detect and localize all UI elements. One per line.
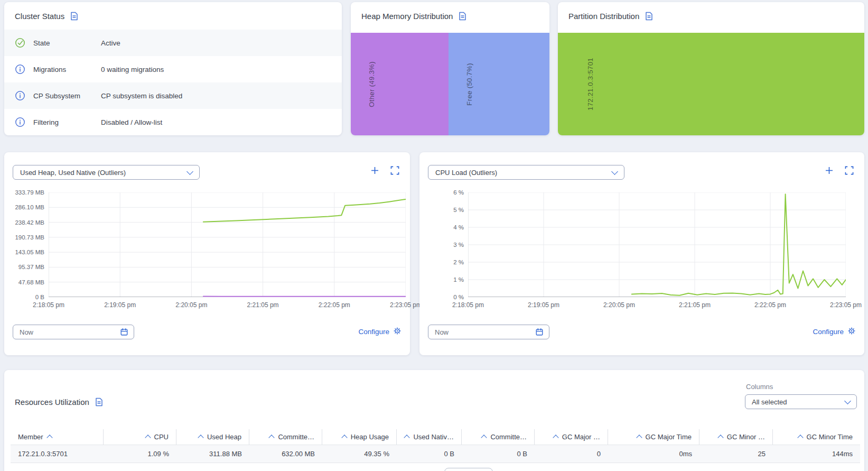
y-tick-label: 6 % [453, 189, 464, 196]
column-header-label: CPU [154, 433, 169, 441]
columns-select-value: All selected [752, 398, 787, 406]
plot-area [468, 192, 846, 297]
heap-segment-free[interactable]: Free (50.7%) [449, 33, 549, 135]
status-value: Disabled / Allow-list [101, 118, 162, 126]
chevron-down-icon [186, 168, 193, 175]
cpu-load-chart-card: CPU Load (Outliers) 6 %5 %4 %3 %2 %1 %0 … [419, 152, 864, 355]
configure-label: Configure [358, 328, 389, 336]
status-label: Migrations [33, 66, 101, 73]
sort-chevron-icon [717, 435, 723, 440]
status-value: CP subsystem is disabled [101, 92, 182, 100]
y-axis-labels: 6 %5 %4 %3 %2 %1 %0 % [419, 192, 464, 297]
check-circle-icon [15, 38, 25, 48]
table-cell: 144ms [773, 445, 860, 463]
sort-chevron-icon [145, 435, 151, 440]
x-tick-label: 2:21:05 pm [247, 301, 279, 309]
column-header-label: GC Major … [562, 433, 600, 441]
column-header-gc-minor-time[interactable]: GC Minor Time [773, 429, 860, 445]
info-circle-icon [15, 117, 25, 127]
x-tick-label: 2:23:05 pm [830, 301, 862, 309]
y-tick-label: 5 % [453, 207, 464, 213]
column-header-used-nativ[interactable]: Used Nativ… [397, 429, 462, 445]
metric-selector-value: CPU Load (Outliers) [435, 169, 497, 177]
table-cell: 172.21.0.3:5701 [11, 445, 104, 463]
table-header-row: MemberCPUUsed HeapCommitte…Heap UsageUse… [11, 429, 860, 445]
column-header-gc-minor[interactable]: GC Minor … [699, 429, 773, 445]
column-header-gc-major-time[interactable]: GC Major Time [608, 429, 699, 445]
add-chart-icon[interactable] [370, 166, 379, 175]
sort-chevron-icon [404, 435, 410, 440]
y-tick-label: 3 % [453, 242, 464, 248]
heap-segment-other[interactable]: Other (49.3%) [351, 33, 449, 135]
column-header-committe[interactable]: Committe… [462, 429, 535, 445]
info-circle-icon [15, 90, 25, 101]
column-header-label: Committe… [278, 433, 314, 441]
y-tick-label: 95.37 MB [18, 264, 44, 270]
calendar-icon[interactable] [120, 328, 128, 336]
column-header-label: GC Minor … [727, 433, 765, 441]
column-header-label: Member [18, 433, 43, 441]
sort-chevron-icon [553, 435, 558, 440]
document-icon[interactable] [645, 12, 653, 21]
partition-segment-member[interactable]: 172.21.0.3:5701 [558, 33, 864, 135]
document-icon[interactable] [459, 12, 466, 21]
column-header-label: Committe… [490, 433, 527, 441]
sort-chevron-icon [636, 435, 642, 440]
x-tick-label: 2:22:05 pm [754, 301, 786, 309]
partition-distribution-card: Partition Distribution 172.21.0.3:5701 [558, 2, 864, 135]
heap-distribution-header: Heap Memory Distribution [351, 2, 549, 30]
table-cell: 311.88 MB [176, 445, 249, 463]
chevron-down-icon [844, 398, 851, 404]
partition-distribution-header: Partition Distribution [558, 2, 864, 30]
time-picker[interactable] [13, 325, 134, 339]
calendar-icon[interactable] [535, 328, 544, 336]
heap-distribution-title: Heap Memory Distribution [361, 12, 453, 21]
sort-chevron-icon [341, 435, 347, 440]
y-tick-label: 47.68 MB [18, 279, 44, 285]
time-picker-input[interactable] [434, 328, 535, 337]
table-row[interactable]: 172.21.0.3:57011.09 %311.88 MB632.00 MB4… [11, 445, 860, 463]
column-header-label: Used Heap [207, 433, 241, 441]
metric-selector-value: Used Heap, Used Native (Outliers) [20, 169, 126, 177]
status-value: Active [101, 39, 120, 47]
metric-selector[interactable]: Used Heap, Used Native (Outliers) [13, 165, 200, 180]
time-picker-input[interactable] [18, 328, 120, 337]
fullscreen-icon[interactable] [845, 166, 854, 175]
heap-memory-distribution-card: Heap Memory Distribution Other (49.3%) F… [351, 2, 549, 135]
metric-selector[interactable]: CPU Load (Outliers) [428, 165, 624, 180]
segment-label: 172.21.0.3:5701 [586, 58, 594, 110]
configure-link[interactable]: Configure [358, 327, 402, 337]
columns-label: Columns [746, 383, 773, 391]
y-tick-label: 4 % [453, 224, 464, 230]
info-circle-icon [15, 64, 25, 75]
add-chart-icon[interactable] [825, 166, 834, 175]
x-tick-label: 2:20:05 pm [175, 301, 207, 309]
cluster-status-header: Cluster Status [4, 2, 342, 30]
column-header-used-heap[interactable]: Used Heap [176, 429, 249, 445]
fullscreen-icon[interactable] [390, 166, 399, 175]
x-axis-labels: 2:18:05 pm2:19:05 pm2:20:05 pm2:21:05 pm… [468, 301, 846, 310]
time-picker[interactable] [428, 325, 549, 339]
y-tick-label: 1 % [453, 276, 464, 283]
document-icon[interactable] [70, 12, 78, 21]
x-tick-label: 2:21:05 pm [679, 301, 711, 309]
x-tick-label: 2:22:05 pm [319, 301, 350, 309]
column-header-member[interactable]: Member [11, 429, 104, 445]
heap-distribution-chart: Other (49.3%) Free (50.7%) [351, 33, 549, 135]
columns-select[interactable]: All selected [745, 394, 857, 409]
document-icon[interactable] [95, 398, 103, 407]
column-header-label: Used Nativ… [413, 433, 454, 441]
configure-link[interactable]: Configure [813, 327, 856, 337]
column-header-cpu[interactable]: CPU [104, 429, 176, 445]
x-axis-labels: 2:18:05 pm2:19:05 pm2:20:05 pm2:21:05 pm… [49, 301, 406, 310]
column-header-gc-major[interactable]: GC Major … [535, 429, 608, 445]
column-header-committe[interactable]: Committe… [249, 429, 322, 445]
y-tick-label: 190.73 MB [15, 234, 44, 241]
pagination-control[interactable] [444, 468, 493, 471]
status-row-state: State Active [4, 30, 342, 56]
status-label: Filtering [33, 118, 101, 126]
column-header-heap-usage[interactable]: Heap Usage [322, 429, 397, 445]
sort-chevron-icon [198, 435, 203, 440]
table-cell: 0 B [397, 445, 462, 463]
table-cell: 25 [699, 445, 773, 463]
